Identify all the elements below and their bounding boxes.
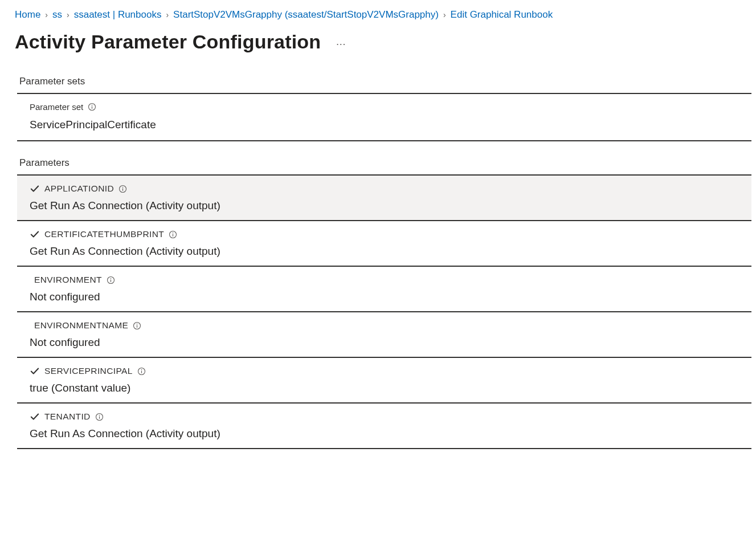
breadcrumb-link-home[interactable]: Home	[15, 9, 40, 21]
breadcrumb-link-runbook-item[interactable]: StartStopV2VMsGrapphy (ssaatest/StartSto…	[173, 9, 439, 21]
svg-point-5	[122, 186, 124, 188]
breadcrumb: Home › ss › ssaatest | Runbooks › StartS…	[0, 7, 756, 31]
breadcrumb-link-runbooks[interactable]: ssaatest | Runbooks	[74, 9, 162, 21]
svg-point-14	[137, 323, 138, 324]
breadcrumb-link-edit-graphical[interactable]: Edit Graphical Runbook	[451, 9, 553, 21]
parameter-set-block[interactable]: Parameter set ServicePrincipalCertificat…	[17, 94, 751, 140]
parameter-row[interactable]: TENANTIDGet Run As Connection (Activity …	[17, 404, 751, 449]
parameter-name-row: TENANTID	[30, 412, 751, 422]
parameter-row[interactable]: ENVIRONMENTNAMENot configured	[17, 312, 751, 358]
divider	[17, 140, 751, 141]
svg-point-8	[173, 232, 174, 233]
parameter-list: APPLICATIONIDGet Run As Connection (Acti…	[17, 176, 751, 449]
chevron-right-icon: ›	[166, 10, 169, 19]
info-icon[interactable]	[169, 230, 177, 239]
info-icon[interactable]	[95, 413, 104, 421]
info-icon[interactable]	[88, 103, 96, 111]
parameter-name-row: APPLICATIONID	[30, 184, 751, 194]
parameter-row[interactable]: CERTIFICATETHUMBPRINTGet Run As Connecti…	[17, 221, 751, 267]
parameter-value: Get Run As Connection (Activity output)	[30, 245, 751, 258]
page-title: Activity Parameter Configuration	[15, 31, 321, 53]
parameter-value: Not configured	[30, 291, 751, 303]
chevron-right-icon: ›	[443, 10, 446, 19]
breadcrumb-link-ss[interactable]: ss	[52, 9, 62, 21]
parameter-value: true (Constant value)	[30, 382, 751, 394]
parameter-name-row: ENVIRONMENTNAME	[30, 320, 751, 331]
parameter-name: SERVICEPRINCIPAL	[44, 366, 133, 376]
parameter-row[interactable]: SERVICEPRINCIPALtrue (Constant value)	[17, 358, 751, 404]
parameter-name: APPLICATIONID	[44, 184, 114, 194]
parameter-set-label-row: Parameter set	[30, 102, 751, 112]
svg-point-11	[111, 278, 112, 279]
title-row: Activity Parameter Configuration …	[0, 31, 756, 76]
parameters-section: Parameters APPLICATIONIDGet Run As Conne…	[15, 157, 754, 449]
chevron-right-icon: ›	[45, 10, 48, 19]
parameter-set-label: Parameter set	[30, 102, 83, 112]
parameter-name: CERTIFICATETHUMBPRINT	[44, 229, 164, 239]
svg-point-17	[141, 369, 142, 370]
info-icon[interactable]	[133, 321, 141, 330]
check-icon	[30, 366, 40, 376]
info-icon[interactable]	[137, 367, 146, 376]
parameter-value: Get Run As Connection (Activity output)	[30, 427, 751, 440]
parameter-value: Not configured	[30, 336, 751, 349]
parameter-set-value: ServicePrincipalCertificate	[30, 119, 751, 140]
parameters-heading: Parameters	[17, 157, 751, 176]
check-icon	[30, 229, 40, 239]
svg-point-2	[92, 105, 93, 106]
parameter-name-row: SERVICEPRINCIPAL	[30, 366, 751, 376]
check-icon	[30, 184, 40, 194]
info-icon[interactable]	[118, 185, 127, 193]
chevron-right-icon: ›	[67, 10, 70, 19]
parameter-sets-heading: Parameter sets	[17, 76, 751, 94]
parameter-row[interactable]: ENVIRONMENTNot configured	[17, 267, 751, 312]
parameter-name: TENANTID	[44, 412, 91, 422]
parameter-name-row: ENVIRONMENT	[30, 275, 751, 285]
parameter-row[interactable]: APPLICATIONIDGet Run As Connection (Acti…	[17, 176, 751, 221]
page-root: Home › ss › ssaatest | Runbooks › StartS…	[0, 0, 756, 472]
more-actions-button[interactable]: …	[332, 34, 350, 50]
parameter-value: Get Run As Connection (Activity output)	[30, 199, 751, 212]
info-icon[interactable]	[107, 276, 115, 284]
parameter-name: ENVIRONMENTNAME	[34, 320, 128, 331]
content: Parameter sets Parameter set ServicePrin…	[0, 76, 756, 449]
svg-point-20	[99, 414, 100, 415]
check-icon	[30, 412, 40, 422]
parameter-name: ENVIRONMENT	[34, 275, 102, 285]
parameter-name-row: CERTIFICATETHUMBPRINT	[30, 229, 751, 239]
